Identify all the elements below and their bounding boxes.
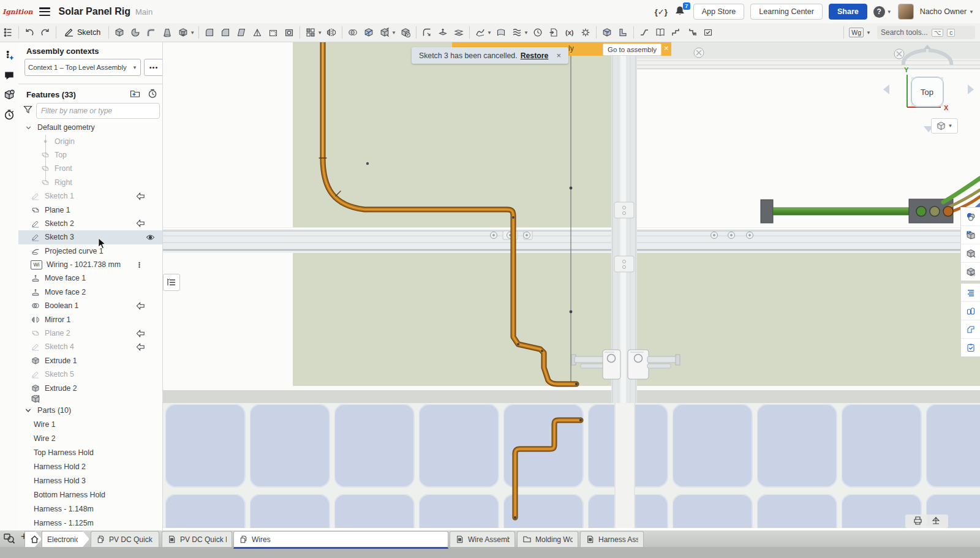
feature-default-geometry[interactable]: Default geometry	[18, 121, 162, 134]
corner-break-tool-icon[interactable]	[668, 25, 684, 40]
transform-dropdown-caret[interactable]: ▼	[391, 30, 396, 36]
measure-icon[interactable]	[931, 516, 941, 527]
flange-tool-icon[interactable]	[615, 25, 631, 40]
named-views-icon[interactable]	[961, 226, 980, 244]
custom-feature-tool-icon[interactable]	[578, 25, 594, 40]
display-expression-icon[interactable]: (x)	[961, 263, 980, 281]
rib-tool-icon[interactable]	[249, 25, 265, 40]
undo-tool-icon[interactable]	[21, 25, 37, 40]
move-face-tool-icon[interactable]	[435, 25, 451, 40]
notifications-bell-icon[interactable]: 7	[674, 5, 687, 18]
tab-search-icon[interactable]	[4, 533, 15, 546]
user-menu[interactable]: Nacho Owner▼	[920, 7, 974, 16]
view-cube-menu-button[interactable]: ▼	[931, 118, 958, 134]
draft-tool-icon[interactable]	[233, 25, 249, 40]
feature-list-tool-icon[interactable]	[0, 25, 16, 40]
comments-icon[interactable]	[0, 66, 18, 85]
hole-tool-icon[interactable]	[281, 25, 297, 40]
part-wire-1[interactable]: Wire 1	[18, 417, 162, 431]
sheet-metal-unfold-tool-icon[interactable]	[652, 25, 668, 40]
feature-move-face-2[interactable]: Move face 2	[18, 285, 162, 299]
rollback-history-icon[interactable]	[148, 89, 157, 101]
split-tool-icon[interactable]	[361, 25, 377, 40]
tab-home[interactable]	[24, 531, 42, 547]
shell-tool-icon[interactable]	[265, 25, 281, 40]
replace-face-tool-icon[interactable]	[451, 25, 467, 40]
feature-plane-2[interactable]: Plane 2	[18, 326, 162, 340]
helix-tool-icon[interactable]	[530, 25, 546, 40]
feature-sketch-3[interactable]: Sketch 3	[18, 230, 162, 244]
feature-move-face-1[interactable]: Move face 1	[18, 271, 162, 285]
part-top-harness-hold[interactable]: Top Harness Hold	[18, 445, 162, 459]
feature-sketch-2[interactable]: Sketch 2	[18, 217, 162, 230]
feature-wiring-1021-738-mm[interactable]: WiWiring - 1021.738 mm	[18, 258, 162, 271]
assembly-context-select[interactable]: Context 1 – Top Level Assembly ▼	[24, 59, 141, 76]
linear-pattern-tool-icon[interactable]	[303, 25, 318, 40]
boolean-tool-icon[interactable]	[345, 25, 361, 40]
offset-surface-tool-icon[interactable]	[472, 25, 488, 40]
assembly-context-more-button[interactable]: •••	[144, 59, 163, 76]
feature-extrude-2[interactable]: Extrude 2	[18, 381, 162, 394]
part-harness-1-148m[interactable]: Harness - 1.148m	[18, 502, 162, 516]
tab-wire-assembly[interactable]: Wire Assembly	[450, 531, 515, 547]
toast-close-icon[interactable]: ×	[556, 51, 561, 60]
sheet-metal-model-tool-icon[interactable]	[599, 25, 615, 40]
feature-plane-1[interactable]: Plane 1	[18, 203, 162, 216]
feature-sketch-5[interactable]: Sketch 5	[18, 368, 162, 381]
feature-front[interactable]: Front	[18, 162, 162, 175]
feature-sketch-4[interactable]: Sketch 4	[18, 340, 162, 353]
sheet-metal-bend-tool-icon[interactable]	[636, 25, 652, 40]
feature-top[interactable]: Top	[18, 148, 162, 162]
feature-boolean-1[interactable]: Boolean 1	[18, 299, 162, 312]
vertical-frame-rail[interactable]	[611, 42, 637, 403]
new-folder-icon[interactable]	[130, 89, 140, 101]
revolve-tool-icon[interactable]	[127, 25, 143, 40]
part-harness-hold-2[interactable]: Harness Hold 2	[18, 459, 162, 473]
tasks-panel-icon[interactable]	[961, 339, 980, 356]
search-tools-input[interactable]: Search tools... ⌥ c	[877, 26, 975, 39]
banner-close-icon[interactable]: ×	[664, 43, 669, 53]
part-bottom-harness-hold[interactable]: Bottom Harness Hold	[18, 488, 162, 502]
list-panel-icon[interactable]	[961, 284, 980, 302]
insert-icon[interactable]	[0, 47, 18, 65]
feature-projected-curve-1[interactable]: Projected curve 1	[18, 244, 162, 258]
help-menu[interactable]: ?▼	[873, 6, 892, 18]
feature-clipped[interactable]	[18, 395, 162, 402]
sketch-button[interactable]: Sketch	[59, 25, 106, 40]
extrude-tool-icon[interactable]	[111, 25, 127, 40]
offset-surface-dropdown-caret[interactable]: ▼	[487, 30, 492, 36]
feature-mirror-1[interactable]: Mirror 1	[18, 312, 162, 326]
featurescript-workspace-button[interactable]: Wg ▼	[849, 28, 871, 37]
graphics-viewport[interactable]: Y X Top	[162, 42, 980, 528]
linear-pattern-dropdown-caret[interactable]: ▼	[317, 30, 322, 36]
print-3d-icon[interactable]	[913, 516, 923, 527]
feature-filter-input[interactable]: Filter by name or type	[36, 103, 160, 119]
solar-panel-back-left[interactable]	[293, 42, 612, 386]
sheet-metal-panel-icon[interactable]	[961, 320, 980, 339]
modify-fillet-tool-icon[interactable]	[419, 25, 435, 40]
boundary-surface-tool-icon[interactable]	[493, 25, 509, 40]
tab-harness-assembly[interactable]: Harness Assembly	[580, 531, 644, 547]
feature-extrude-1[interactable]: Extrude 1	[18, 354, 162, 368]
tab-molding-work[interactable]: Molding Work	[517, 531, 578, 547]
thicken-tool-icon[interactable]	[175, 25, 191, 40]
transform-tool-icon[interactable]	[377, 25, 393, 40]
part-wire-2[interactable]: Wire 2	[18, 431, 162, 445]
feature-right[interactable]: Right	[18, 176, 162, 189]
redo-tool-icon[interactable]	[37, 25, 53, 40]
collapsed-panel-toggle[interactable]	[163, 274, 180, 291]
solar-panel-back-right[interactable]	[637, 253, 980, 386]
restore-link[interactable]: Restore	[521, 51, 549, 60]
follow-mode-icon[interactable]: ?	[0, 86, 18, 104]
parts-header[interactable]: Parts (10)	[18, 404, 162, 417]
go-to-assembly-button[interactable]: Go to assembly	[603, 43, 662, 56]
sheet-metal-finish-tool-icon[interactable]	[700, 25, 716, 40]
chamfer-tool-icon[interactable]	[217, 25, 233, 40]
fill-surface-dropdown-caret[interactable]: ▼	[524, 30, 529, 36]
fill-surface-tool-icon[interactable]	[509, 25, 525, 40]
feature-sketch-1[interactable]: Sketch 1	[18, 189, 162, 203]
thicken-dropdown-caret[interactable]: ▼	[190, 30, 195, 36]
part-harness-hold-3[interactable]: Harness Hold 3	[18, 473, 162, 488]
parts-panel-icon[interactable]	[961, 302, 980, 320]
mirror-tool-icon[interactable]	[323, 25, 339, 40]
